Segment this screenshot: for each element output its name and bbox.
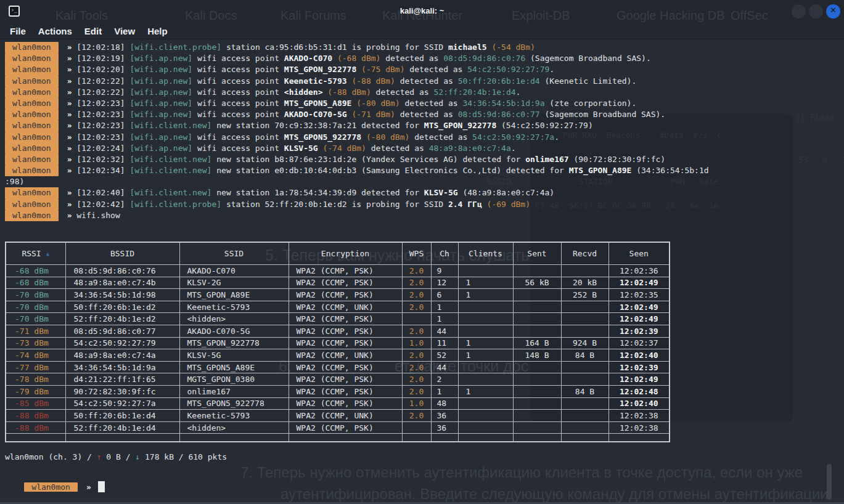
log-text-segment: AKADO-C070 xyxy=(284,54,332,63)
table-row: -79 dBm90:72:82:30:9f:fconlime167WPA2 (C… xyxy=(6,385,670,397)
command-prompt[interactable]: wlan0mon» xyxy=(5,472,105,502)
log-text-segment: detected as xyxy=(371,87,434,97)
log-text-segment: . xyxy=(516,87,521,97)
table-cell: WPA2 (CCMP, PSK) xyxy=(289,313,402,325)
log-text-segment: MTS_GPON_A89E xyxy=(569,166,632,175)
menu-item-view[interactable]: View xyxy=(108,26,141,36)
log-text-segment: 34:36:54:5b:1d:9a xyxy=(462,99,544,108)
table-cell: 1 xyxy=(458,337,513,349)
log-text-segment: wifi access point xyxy=(192,65,284,74)
interface-badge: wlan0mon xyxy=(5,98,59,109)
interface-badge: wlan0mon xyxy=(5,120,59,131)
log-text-segment: [wifi.ap.new] xyxy=(129,87,192,97)
table-row: -70 dBm52:ff:20:4b:1e:d2<hidden>WPA2 (CC… xyxy=(6,313,670,325)
table-cell: 50:ff:20:6b:1e:d2 xyxy=(65,301,179,313)
table-cell: 12:02:49 xyxy=(608,301,670,313)
table-cell xyxy=(402,421,431,434)
log-text-segment: (Sagemcom Broadband SAS). xyxy=(525,54,651,63)
log-text-segment xyxy=(361,132,366,142)
minimize-button[interactable] xyxy=(792,4,806,18)
table-cell: -78 dBm xyxy=(6,373,65,386)
log-text-segment: KLSV-5G xyxy=(424,188,458,197)
table-row: -68 dBm08:d5:9d:86:c0:76AKADO-C070WPA2 (… xyxy=(6,265,670,277)
table-cell xyxy=(458,361,513,373)
table-cell xyxy=(458,325,513,337)
table-cell: -85 dBm xyxy=(6,397,65,410)
log-text-segment: (Keenetic Limited). xyxy=(540,76,637,86)
interface-badge: wlan0mon xyxy=(5,210,59,221)
log-text-segment: (90:72:82:30:9f:fc) xyxy=(569,155,666,164)
log-text-segment: (-88 dBm) xyxy=(327,87,371,97)
log-line: wlan0mon» [12:02:22] [wifi.ap.new] wifi … xyxy=(5,76,844,87)
table-cell: WPA2 (CCMP, PSK) xyxy=(289,325,402,337)
menu-item-help[interactable]: Help xyxy=(141,26,174,36)
log-text-segment: [12:02:19] xyxy=(76,54,129,63)
log-text-segment xyxy=(332,54,337,63)
table-cell: 1 xyxy=(458,289,513,301)
log-text-segment: 54:c2:50:92:27:7a xyxy=(472,132,554,142)
interface-badge: wlan0mon xyxy=(5,64,59,75)
table-cell: 08:d5:9d:86:c0:76 xyxy=(65,265,179,277)
table-cell: MTS_GPON_A89E xyxy=(179,289,289,301)
log-line: wlan0mon» [12:02:22] [wifi.ap.new] wifi … xyxy=(5,87,844,98)
table-cell xyxy=(513,301,561,313)
log-line: wlan0mon» wifi.show xyxy=(5,210,844,221)
table-cell: 252 B xyxy=(561,289,608,301)
table-cell: WPA2 (CCMP, PSK) xyxy=(289,337,402,349)
log-chevron: » xyxy=(67,54,77,63)
log-chevron: » xyxy=(67,121,77,130)
interface-badge: wlan0mon xyxy=(5,109,59,120)
log-line: wlan0mon» [12:02:24] [wifi.ap.new] wifi … xyxy=(5,143,844,154)
table-cell: 12:02:40 xyxy=(608,349,670,362)
table-cell: 2.0 xyxy=(402,349,431,362)
log-text-segment: [12:02:22] xyxy=(76,76,129,86)
table-cell: -74 dBm xyxy=(6,349,65,362)
log-text-segment: wifi access point xyxy=(192,132,284,142)
table-cell: 1 xyxy=(431,301,458,313)
menu-item-file[interactable]: File xyxy=(4,26,32,36)
table-cell: -68 dBm xyxy=(6,277,65,289)
table-cell: 56 kB xyxy=(513,277,561,289)
log-text-segment: wifi.show xyxy=(76,211,120,220)
interface-badge: wlan0mon xyxy=(5,132,59,143)
menu-item-edit[interactable]: Edit xyxy=(78,26,108,36)
table-cell xyxy=(561,410,608,422)
log-text-segment: detected as xyxy=(380,54,443,63)
table-cell: 1 xyxy=(458,277,513,289)
table-cell xyxy=(561,397,608,410)
table-cell: -68 dBm xyxy=(6,265,65,277)
table-cell: KLSV-5G xyxy=(179,349,289,362)
table-cell: 2.0 xyxy=(402,301,431,313)
maximize-button[interactable] xyxy=(809,4,823,18)
table-cell: 44 xyxy=(431,325,458,337)
table-cell xyxy=(561,313,608,325)
log-chevron: » xyxy=(67,132,77,142)
log-text-segment: (-54 dBm) xyxy=(491,43,535,52)
log-text-segment: [wifi.client.probe] xyxy=(129,200,221,209)
log-chevron: » xyxy=(67,155,77,164)
interface-badge: wlan0mon xyxy=(5,53,59,64)
table-cell: -70 dBm xyxy=(6,313,65,325)
table-cell: 44 xyxy=(431,361,458,373)
table-cell: 84 B xyxy=(561,349,608,362)
close-button[interactable] xyxy=(826,4,840,18)
table-cell: -70 dBm xyxy=(6,301,65,313)
menu-items: FileActionsEditViewHelp xyxy=(4,23,174,39)
table-cell: Keenetic-5793 xyxy=(179,301,289,313)
log-text-segment: [12:02:20] xyxy=(76,65,129,74)
table-cell xyxy=(513,313,561,325)
text-cursor xyxy=(98,481,105,492)
log-chevron: » xyxy=(67,65,77,74)
menu-item-actions[interactable]: Actions xyxy=(32,26,78,36)
table-cell: 34:36:54:5b:1d:9a xyxy=(65,361,179,373)
table-cell: 1 xyxy=(431,385,458,397)
log-text-segment: detected as xyxy=(400,99,463,108)
column-header-wps: WPS xyxy=(402,242,431,265)
table-row: -70 dBm34:36:54:5b:1d:98MTS_GPON_A89EWPA… xyxy=(6,289,670,301)
interface-badge: wlan0mon xyxy=(5,87,59,98)
table-cell xyxy=(458,410,513,422)
table-cell: 12:02:48 xyxy=(608,385,670,397)
log-text-segment: station 52:ff:20:0b:1e:d2 is probing for… xyxy=(221,200,448,209)
terminal-viewport[interactable]: wlan0mon» [12:02:18] [wifi.client.probe]… xyxy=(0,39,844,504)
table-cell: d4:21:22:ff:1f:65 xyxy=(65,373,179,386)
